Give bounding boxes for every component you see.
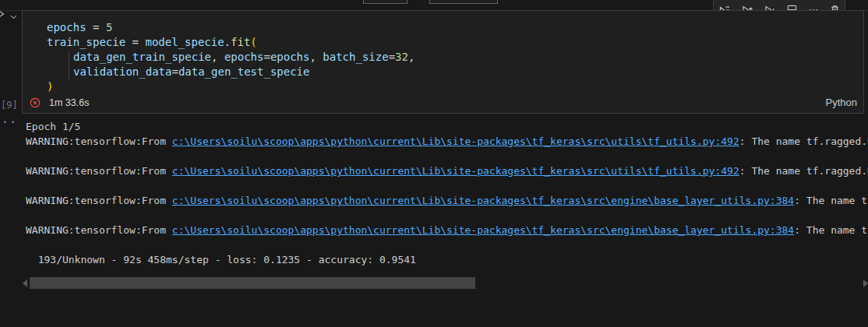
horizontal-scrollbar[interactable]: [0, 276, 868, 290]
chevron-down-icon: [9, 12, 18, 21]
cell-language-label[interactable]: Python: [826, 97, 857, 108]
output-text: : The name tf.ragged.Ra: [739, 135, 868, 147]
output-text: WARNING:tensorflow:From: [26, 135, 172, 147]
code-line: data_gen_train_specie, epochs=epochs, ba…: [47, 50, 863, 65]
output-text: Epoch 1/5: [26, 121, 80, 132]
output-line: [26, 237, 868, 252]
cell-above-remnant-right: [429, 0, 498, 4]
code-line: train_specie = model_specie.fit(: [47, 35, 863, 50]
execution-time: 1m 33.6s: [49, 97, 89, 108]
output-text: : The name tf.: [794, 224, 868, 236]
file-path-link[interactable]: c:\Users\soilu\scoop\apps\python\current…: [172, 165, 739, 177]
notebook-page: [9] ·· epochs = 5train_specie = model_sp…: [0, 0, 868, 327]
output-line: Epoch 1/5: [26, 119, 868, 134]
indent-guide: [69, 51, 69, 80]
output-line: WARNING:tensorflow:From c:\Users\soilu\s…: [26, 164, 868, 178]
file-path-link[interactable]: c:\Users\soilu\scoop\apps\python\current…: [172, 135, 739, 147]
output-line: WARNING:tensorflow:From c:\Users\soilu\s…: [26, 193, 868, 208]
code-cell: epochs = 5train_specie = model_specie.fi…: [22, 10, 864, 114]
output-text: WARNING:tensorflow:From: [26, 195, 172, 206]
output-line: [26, 208, 868, 223]
file-path-link[interactable]: c:\Users\soilu\scoop\apps\python\current…: [172, 224, 794, 236]
execution-status-bar: 1m 33.6s Python: [23, 92, 863, 113]
output-text: WARNING:tensorflow:From: [26, 224, 172, 236]
error-icon: [30, 97, 41, 108]
file-path-link[interactable]: c:\Users\soilu\scoop\apps\python\current…: [172, 195, 794, 206]
output-line: [26, 178, 868, 193]
scrollbar-left-arrow[interactable]: [23, 280, 27, 287]
output-text: WARNING:tensorflow:From: [26, 165, 172, 177]
cell-above-remnant-left: [363, 0, 408, 4]
code-line: epochs = 5: [47, 20, 863, 35]
output-line: WARNING:tensorflow:From c:\Users\soilu\s…: [26, 134, 868, 149]
output-text: : The name tf.: [794, 195, 868, 206]
scrollbar-thumb[interactable]: [30, 277, 475, 289]
output-line: WARNING:tensorflow:From c:\Users\soilu\s…: [26, 223, 868, 237]
output-text: : The name tf.ragged.Ra: [739, 165, 868, 177]
cell-output: Epoch 1/5WARNING:tensorflow:From c:\User…: [26, 119, 868, 275]
execution-count: [9]: [1, 100, 18, 111]
run-cell-icon: [0, 9, 6, 19]
run-cell-button[interactable]: [0, 9, 6, 23]
scrollbar-right-arrow[interactable]: [863, 280, 868, 287]
output-line: [26, 149, 868, 164]
output-line: 193/Unknown - 92s 458ms/step - loss: 0.1…: [26, 252, 868, 267]
collapse-cell-button[interactable]: [9, 10, 18, 24]
code-line: validation_data=data_gen_test_specie: [47, 65, 863, 79]
code-editor[interactable]: epochs = 5train_specie = model_specie.fi…: [23, 11, 863, 93]
output-gutter-dots[interactable]: ··: [2, 115, 17, 129]
output-text: 193/Unknown - 92s 458ms/step - loss: 0.1…: [26, 254, 416, 265]
